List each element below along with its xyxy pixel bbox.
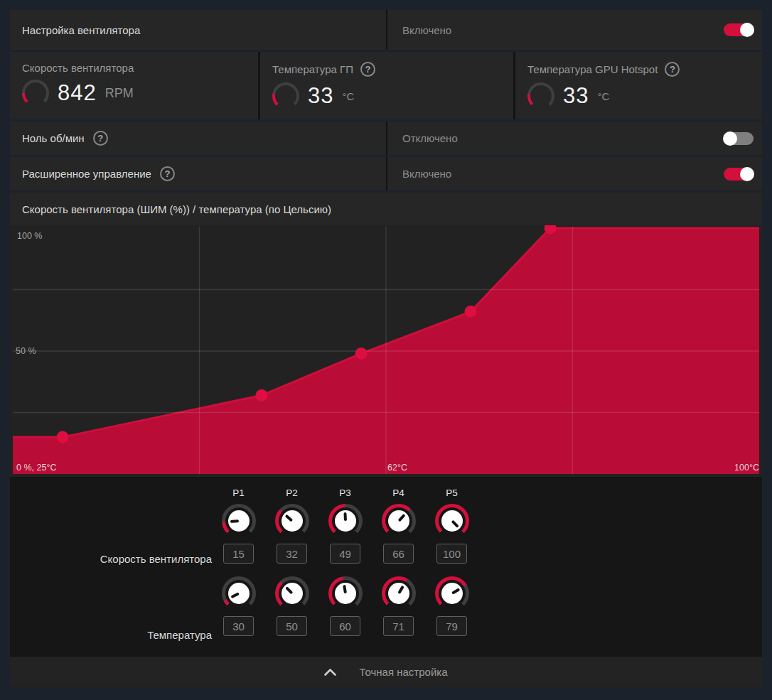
- temperature-input-P4[interactable]: [383, 616, 414, 636]
- zero-rpm-label-cell: Ноль об/мин ?: [10, 122, 386, 155]
- point-label: P2: [286, 484, 298, 501]
- toggle-thumb: [740, 23, 754, 37]
- fan-tuning-label-cell: Настройка вентилятора: [10, 10, 386, 50]
- temperature-input-P1[interactable]: [223, 616, 254, 636]
- curve-point-column-P1: P1: [212, 484, 265, 636]
- ytick-50: 50 %: [16, 346, 36, 356]
- curve-point-1[interactable]: [57, 431, 69, 443]
- toggle-thumb: [723, 131, 737, 146]
- curve-editor: Скорость вентилятора Температура P1 P2: [10, 477, 762, 657]
- temperature-knob-P1[interactable]: [222, 576, 256, 610]
- gpu-temp-gauge-cell: Температура ГП ? 33 °C: [260, 52, 513, 119]
- zero-rpm-state: Отключено: [387, 132, 724, 144]
- zero-rpm-label: Ноль об/мин: [22, 132, 85, 144]
- fan-speed-input-P3[interactable]: [330, 544, 360, 564]
- curve-point-column-P3: P3: [318, 484, 372, 636]
- gpu-temp-value: 33: [308, 83, 333, 109]
- hotspot-temp-unit: °C: [597, 90, 609, 102]
- fan-speed-gauge-cell: Скорость вентилятора 842 RPM: [10, 52, 258, 119]
- fan-tuning-state: Включено: [387, 24, 724, 36]
- fan-speed-knob-P4[interactable]: [382, 504, 416, 538]
- help-icon[interactable]: ?: [665, 62, 680, 77]
- gpu-temp-gauge-arc: [272, 82, 299, 109]
- fan-speed-unit: RPM: [105, 86, 134, 101]
- advanced-control-state-cell: Включено: [387, 157, 762, 190]
- temperature-input-P2[interactable]: [277, 616, 307, 636]
- knob-needle: [451, 588, 459, 595]
- fan-speed-input-P5[interactable]: [436, 544, 467, 564]
- ytick-100: 100 %: [17, 231, 42, 241]
- curve-point-2[interactable]: [256, 389, 268, 402]
- temperature-knob-P3[interactable]: [328, 576, 363, 610]
- fan-speed-value: 842: [58, 80, 97, 106]
- advanced-control-toggle[interactable]: [724, 168, 754, 181]
- fan-tuning-state-cell: Включено: [387, 10, 762, 50]
- knob-needle: [451, 520, 459, 528]
- knob-needle: [230, 519, 238, 523]
- help-icon[interactable]: ?: [160, 166, 175, 181]
- fan-tuning-label: Настройка вентилятора: [10, 24, 140, 36]
- fan-speed-input-P2[interactable]: [277, 544, 307, 564]
- knob-needle: [397, 586, 404, 594]
- point-label: P3: [339, 484, 351, 501]
- xtick-100: 100°C: [734, 463, 759, 473]
- point-label: P4: [392, 484, 404, 501]
- knob-needle: [285, 586, 293, 594]
- knob-needle: [343, 585, 347, 593]
- temperature-input-P5[interactable]: [436, 616, 467, 636]
- chevron-up-icon: [324, 669, 336, 676]
- advanced-control-state: Включено: [387, 168, 724, 180]
- help-icon[interactable]: ?: [360, 62, 375, 77]
- hotspot-temp-value: 33: [563, 83, 589, 109]
- fan-tuning-toggle[interactable]: [724, 23, 754, 36]
- knob-grid: P1 P2: [212, 484, 478, 636]
- origin-label: 0 %, 25°C: [16, 463, 56, 473]
- knob-needle: [284, 515, 293, 522]
- fan-speed-knob-P3[interactable]: [328, 504, 363, 538]
- fine-tuning-collapse-bar[interactable]: Точная настройка: [10, 657, 762, 687]
- hotspot-temp-gauge-arc: [527, 82, 554, 109]
- point-label: P5: [446, 484, 458, 501]
- hotspot-temp-gauge-cell: Температура GPU Hotspot ? 33 °C: [515, 52, 762, 119]
- fan-tuning-panel: Настройка вентилятора Включено Скорость …: [10, 10, 762, 687]
- gpu-temp-unit: °C: [342, 90, 354, 102]
- fan-speed-knob-P2[interactable]: [275, 504, 309, 538]
- advanced-control-row: Расширенное управление ? Включено: [10, 157, 762, 190]
- chart-title-bar: Скорость вентилятора (ШИМ (%)) / темпера…: [10, 193, 762, 225]
- curve-point-column-P5: P5: [425, 484, 478, 636]
- fine-tuning-label: Точная настройка: [359, 666, 447, 678]
- toggle-thumb: [740, 167, 754, 181]
- advanced-control-label-cell: Расширенное управление ?: [10, 157, 386, 190]
- advanced-control-label: Расширенное управление: [22, 168, 151, 180]
- temperature-row-label: Температура: [147, 629, 212, 641]
- fan-speed-input-P1[interactable]: [223, 544, 254, 564]
- curve-point-3[interactable]: [355, 348, 368, 360]
- fan-speed-gauge-arc: [22, 80, 49, 107]
- fan-tuning-row: Настройка вентилятора Включено: [10, 10, 762, 50]
- hotspot-temp-gauge-label: Температура GPU Hotspot: [527, 63, 658, 75]
- temperature-knob-P4[interactable]: [382, 576, 416, 610]
- fan-speed-knob-P1[interactable]: [222, 504, 256, 538]
- xtick-62: 62°C: [387, 463, 407, 473]
- curve-point-column-P4: P4: [372, 484, 425, 636]
- fan-speed-input-P4[interactable]: [383, 544, 414, 564]
- temperature-input-P3[interactable]: [330, 616, 360, 636]
- point-label: P1: [232, 484, 245, 501]
- gauges-row: Скорость вентилятора 842 RPM Температура…: [10, 52, 762, 119]
- curve-point-4[interactable]: [465, 306, 477, 318]
- fan-curve-chart: 100 % 50 % 0 %, 25°C 62°C 100°C: [10, 225, 762, 477]
- help-icon[interactable]: ?: [93, 131, 108, 146]
- fan-speed-gauge-label: Скорость вентилятора: [22, 62, 134, 74]
- zero-rpm-toggle[interactable]: [724, 132, 754, 145]
- knob-needle: [343, 512, 347, 521]
- fan-speed-row-label: Скорость вентилятора: [100, 553, 212, 565]
- knob-needle: [230, 592, 240, 598]
- gpu-temp-gauge-label: Температура ГП: [272, 63, 353, 75]
- temperature-knob-P2[interactable]: [275, 576, 309, 610]
- chart-title: Скорость вентилятора (ШИМ (%)) / темпера…: [22, 203, 331, 215]
- zero-rpm-row: Ноль об/мин ? Отключено: [10, 122, 762, 155]
- curve-point-column-P2: P2: [265, 484, 318, 636]
- fan-speed-knob-P5[interactable]: [435, 504, 469, 538]
- temperature-knob-P5[interactable]: [435, 576, 469, 610]
- zero-rpm-state-cell: Отключено: [387, 122, 762, 155]
